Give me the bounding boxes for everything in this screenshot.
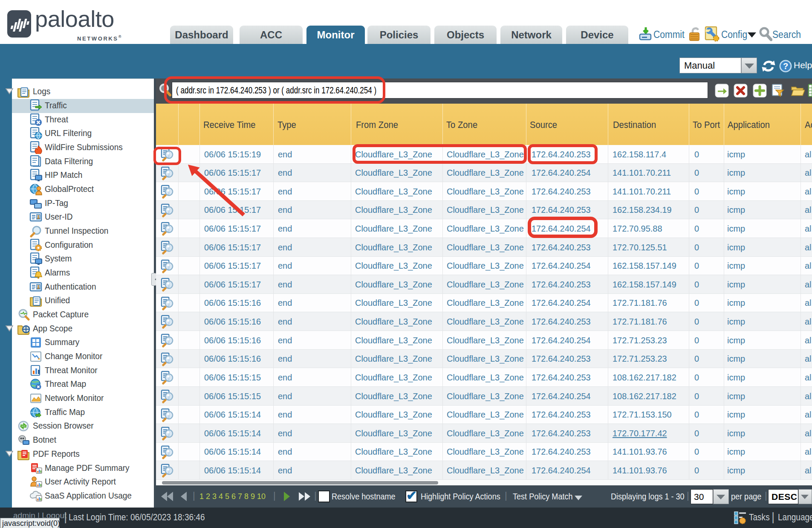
svg-text:?: ? — [783, 61, 788, 71]
